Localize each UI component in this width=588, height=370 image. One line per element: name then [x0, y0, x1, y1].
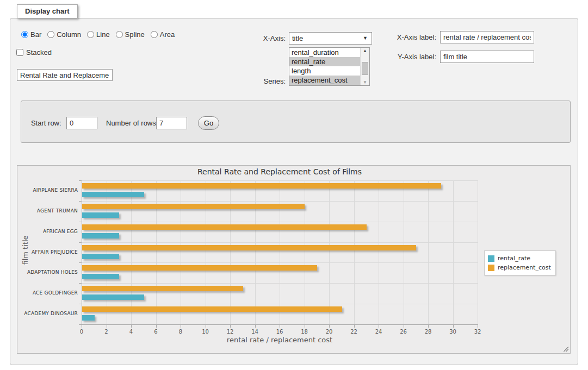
chart-type-label: Column [57, 30, 81, 39]
bar-rental_rate [82, 192, 144, 197]
category-label: AIRPLANE SIERRA [20, 187, 78, 193]
chart-container: Rental Rate and Replacement Cost of Film… [17, 165, 571, 354]
chart-type-label: Line [96, 30, 110, 39]
radio-bar[interactable] [21, 31, 28, 38]
stacked-label: Stacked [26, 48, 52, 57]
gridline [82, 304, 478, 304]
gridline [428, 180, 429, 324]
bar-replacement_cost [82, 183, 441, 189]
category-label: ACE GOLDFINGER [20, 290, 78, 296]
radio-column[interactable] [47, 31, 54, 38]
panel-legend-text: Display chart [25, 7, 70, 15]
scroll-down-icon[interactable]: ▼ [361, 80, 369, 85]
series-multiselect[interactable]: rental_durationrental_ratelengthreplacem… [289, 47, 370, 86]
chart-type-spline[interactable]: Spline [116, 30, 145, 39]
x-tick-label: 12 [222, 329, 238, 335]
chart-type-label: Spline [125, 30, 145, 39]
x-axis-select[interactable]: title ▼ [289, 32, 372, 45]
series-options: rental_durationrental_ratelengthreplacem… [289, 48, 360, 85]
row-controls-panel: Start row: Number of rows: Go [21, 101, 571, 143]
x-axis-line [82, 324, 478, 325]
gridline [181, 180, 181, 324]
series-option-length[interactable]: length [289, 66, 360, 76]
scrollbar[interactable]: ▲ ▼ [360, 48, 369, 85]
legend-label: replacement_cost [498, 264, 551, 271]
bar-rental_rate [82, 212, 119, 218]
bar-rental_rate [82, 294, 144, 300]
bar-replacement_cost [82, 265, 317, 271]
x-tick-label: 6 [148, 329, 164, 335]
bar-replacement_cost [82, 204, 305, 209]
x-axis-label-input[interactable] [440, 31, 534, 43]
gridline [255, 180, 256, 324]
x-axis-selected-value: title [292, 34, 303, 42]
gridline [107, 180, 107, 324]
y-tick [79, 222, 82, 222]
start-row-label: Start row: [31, 119, 61, 127]
y-tick [79, 201, 82, 202]
chart-type-bar[interactable]: Bar [21, 30, 41, 39]
series-option-rental_duration[interactable]: rental_duration [289, 48, 360, 57]
x-tick-label: 22 [346, 329, 362, 335]
x-axis-label-field-label: X-Axis label: [382, 33, 436, 41]
page: Display chart BarColumnLineSplineArea St… [0, 0, 588, 370]
legend-item-rental_rate[interactable]: rental_rate [488, 254, 551, 263]
scrollbar-thumb[interactable] [362, 62, 368, 75]
x-tick-label: 18 [296, 329, 313, 335]
y-tick [79, 262, 82, 263]
x-tick-label: 10 [197, 329, 214, 335]
chart-title-input[interactable] [17, 69, 113, 81]
x-tick-label: 32 [469, 329, 486, 335]
gridline [329, 180, 330, 324]
gridline [131, 180, 132, 324]
bar-rental_rate [82, 274, 119, 279]
x-tick-label: 16 [271, 329, 288, 335]
chart-type-column[interactable]: Column [47, 30, 81, 39]
radio-area[interactable] [151, 31, 158, 38]
gridline [404, 180, 404, 324]
number-of-rows-input[interactable] [156, 117, 187, 129]
x-tick [478, 324, 478, 328]
bar-replacement_cost [82, 224, 367, 230]
series-option-rental_rate[interactable]: rental_rate [289, 57, 360, 66]
chart-type-label: Bar [30, 30, 41, 39]
stacked-option[interactable]: Stacked [16, 48, 52, 57]
legend-swatch [488, 255, 494, 262]
y-axis-label-input[interactable] [440, 51, 534, 63]
series-option-replacement_cost[interactable]: replacement_cost [289, 76, 360, 85]
y-axis-title: film title [21, 223, 29, 278]
gridline [354, 180, 355, 324]
y-axis-label-field-label: Y-Axis label: [382, 53, 436, 61]
radio-spline[interactable] [116, 31, 123, 38]
legend-item-replacement_cost[interactable]: replacement_cost [488, 263, 551, 272]
x-axis-select-label: X-Axis: [231, 34, 286, 42]
scroll-up-icon[interactable]: ▲ [361, 48, 369, 53]
legend-label: rental_rate [498, 255, 530, 262]
gridline [478, 180, 478, 324]
legend-swatch [488, 265, 494, 271]
x-tick-label: 0 [73, 329, 90, 335]
chart-type-area[interactable]: Area [151, 30, 175, 39]
y-tick [79, 283, 82, 284]
radio-line[interactable] [87, 31, 94, 38]
chart-title: Rental Rate and Replacement Cost of Film… [82, 167, 478, 176]
x-tick-label: 14 [247, 329, 263, 335]
chart-type-line[interactable]: Line [87, 30, 110, 39]
y-tick [79, 180, 82, 181]
plot-area: 02468101214161820222426283032AIRPLANE SI… [82, 180, 478, 324]
gridline [82, 180, 478, 181]
resize-handle[interactable] [562, 346, 568, 352]
x-axis-title: rental rate / replacement cost [82, 336, 478, 344]
start-row-input[interactable] [66, 117, 97, 129]
go-button[interactable]: Go [198, 116, 219, 130]
panel-legend: Display chart [17, 4, 78, 18]
chart-type-group: BarColumnLineSplineArea [21, 30, 178, 39]
y-tick [79, 242, 82, 243]
bar-rental_rate [82, 315, 95, 321]
gridline [206, 180, 206, 324]
x-tick-label: 20 [321, 329, 337, 335]
stacked-checkbox[interactable] [16, 49, 23, 56]
x-tick-label: 2 [98, 329, 115, 335]
gridline [82, 222, 478, 222]
x-tick-label: 26 [395, 329, 412, 335]
